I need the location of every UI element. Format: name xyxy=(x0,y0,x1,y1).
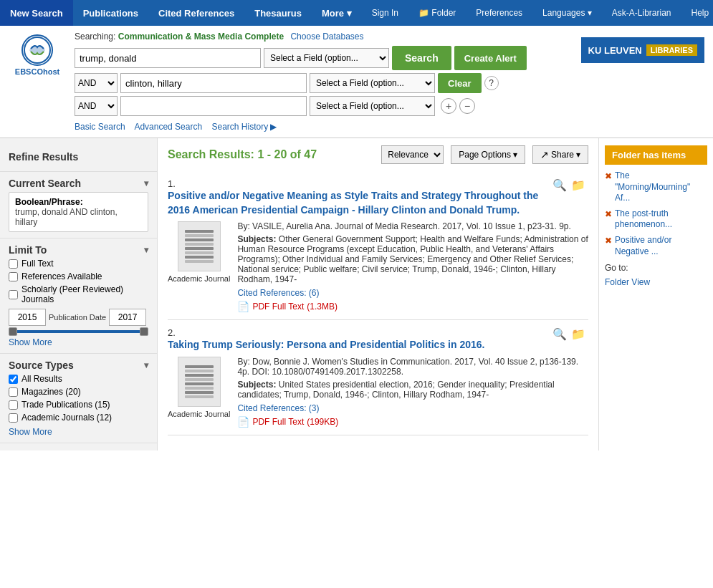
left-sidebar: ◀◀ Refine Results Current Search ▾ Boole… xyxy=(0,138,158,450)
field-select-3[interactable]: Select a Field (option... xyxy=(310,96,435,116)
search-input-3[interactable] xyxy=(120,96,307,116)
nav-languages[interactable]: Languages ▾ xyxy=(532,0,602,26)
nav-more[interactable]: More ▾ xyxy=(312,0,362,26)
nav-folder[interactable]: 📁 Folder xyxy=(408,0,466,26)
date-range: Publication Date xyxy=(9,309,148,326)
pdf-link-1[interactable]: 📄 PDF Full Text (1.3MB) xyxy=(237,301,588,312)
nav-ask-librarian[interactable]: Ask-A-Librarian xyxy=(602,0,681,26)
date-slider-track xyxy=(9,330,148,333)
search-button[interactable]: Search xyxy=(392,46,451,70)
full-text-checkbox[interactable] xyxy=(9,259,18,269)
remove-row-icon[interactable]: − xyxy=(459,98,475,114)
result-byline-2: By: Dow, Bonnie J. Women's Studies in Co… xyxy=(237,357,588,377)
cited-refs-link-2[interactable]: Cited References: (3) xyxy=(237,403,319,413)
libraries-text: LIBRARIES xyxy=(646,44,697,56)
folder-item-icon-3: ✖ xyxy=(605,236,612,246)
sidebar-current-search: Current Search ▾ Boolean/Phrase: trump, … xyxy=(0,172,157,238)
sidebar-refine-section: Refine Results xyxy=(0,145,157,172)
thumbnail-img-1 xyxy=(178,221,221,271)
slider-thumb-left[interactable] xyxy=(9,327,17,336)
scholarly-row: Scholarly (Peer Reviewed) Journals xyxy=(9,284,148,304)
pdf-link-2[interactable]: 📄 PDF Full Text (199KB) xyxy=(237,416,588,428)
cited-refs-link-1[interactable]: Cited References: (6) xyxy=(237,288,319,298)
magazines-checkbox[interactable] xyxy=(9,387,18,397)
date-to-input[interactable] xyxy=(109,309,146,326)
limit-to-collapse[interactable]: ▾ xyxy=(144,245,148,255)
search-input-1[interactable] xyxy=(75,48,261,68)
result-meta-1: Academic Journal By: VASILE, Aurelia Ana… xyxy=(168,221,588,312)
result-folder-btn-2[interactable]: 📁 xyxy=(571,327,585,341)
refs-row: References Available xyxy=(9,271,148,281)
academic-checkbox[interactable] xyxy=(9,413,18,423)
share-btn[interactable]: ↗ Share ▾ xyxy=(532,145,588,164)
trade-label: Trade Publications (15) xyxy=(21,400,110,410)
sort-select[interactable]: Relevance xyxy=(381,145,444,164)
refs-label: References Available xyxy=(21,271,102,281)
nav-cited-references[interactable]: Cited References xyxy=(148,0,244,26)
basic-search-link[interactable]: Basic Search xyxy=(75,122,125,132)
slider-thumb-right[interactable] xyxy=(140,327,148,336)
result-subjects-1: Subjects: Other General Government Suppo… xyxy=(237,234,588,284)
result-preview-btn-2[interactable]: 🔍 xyxy=(552,327,567,341)
clear-button[interactable]: Clear xyxy=(438,73,482,93)
search-history-link[interactable]: Search History xyxy=(211,122,277,132)
nav-help[interactable]: Help xyxy=(681,0,714,26)
result-title-2[interactable]: Taking Trump Seriously: Persona and Pres… xyxy=(168,338,552,352)
result-folder-btn-1[interactable]: 📁 xyxy=(571,178,585,192)
db-name: Communication & Mass Media Complete xyxy=(118,32,284,42)
ebsco-logo-text: EBSCOhost xyxy=(15,67,59,76)
folder-item-link-1[interactable]: The "Morning/Mourning" Af... xyxy=(615,170,707,204)
help-icon[interactable]: ? xyxy=(484,76,499,90)
refs-checkbox[interactable] xyxy=(9,272,18,281)
search-input-2[interactable] xyxy=(120,73,307,93)
result-thumbnail-1: Academic Journal xyxy=(168,221,230,283)
magazines-label: Magazines (20) xyxy=(21,387,81,397)
thumbnail-label-1: Academic Journal xyxy=(168,274,230,283)
source-magazines: Magazines (20) xyxy=(9,387,148,397)
bool-select-2[interactable]: AND xyxy=(75,73,118,93)
add-row-icon[interactable]: + xyxy=(441,98,456,114)
main-content: ◀◀ Refine Results Current Search ▾ Boole… xyxy=(0,138,713,450)
folder-item-3: ✖ Positive and/or Negative ... xyxy=(605,235,707,257)
date-from-input[interactable] xyxy=(9,309,46,326)
folder-view-link[interactable]: Folder View xyxy=(605,277,707,287)
result-num-1: 1. xyxy=(168,178,176,189)
result-meta-2: Academic Journal By: Dow, Bonnie J. Wome… xyxy=(168,357,588,428)
create-alert-button[interactable]: Create Alert xyxy=(454,46,527,70)
source-types-collapse[interactable]: ▾ xyxy=(144,360,148,370)
result-num-2: 2. xyxy=(168,327,176,338)
show-more-source[interactable]: Show More xyxy=(9,427,148,437)
scholarly-checkbox[interactable] xyxy=(9,290,18,299)
field-select-2[interactable]: Select a Field (option... xyxy=(310,73,435,93)
nav-thesaurus[interactable]: Thesaurus xyxy=(244,0,312,26)
search-row-3: AND Select a Field (option... + − xyxy=(75,96,573,116)
searching-line: Searching: Communication & Mass Media Co… xyxy=(75,32,573,42)
current-search-collapse[interactable]: ▾ xyxy=(144,178,148,188)
advanced-search-link[interactable]: Advanced Search xyxy=(134,122,202,132)
result-info-1: By: VASILE, Aurelia Ana. Journal of Medi… xyxy=(237,221,588,312)
folder-item-icon-2: ✖ xyxy=(605,209,612,219)
choose-db-link[interactable]: Choose Databases xyxy=(290,32,363,42)
result-preview-btn-1[interactable]: 🔍 xyxy=(552,178,567,192)
trade-checkbox[interactable] xyxy=(9,400,18,410)
show-more-limit[interactable]: Show More xyxy=(9,337,148,347)
folder-item-link-3[interactable]: Positive and/or Negative ... xyxy=(615,235,707,257)
field-select-1[interactable]: Select a Field (option... xyxy=(264,48,389,68)
full-text-row: Full Text xyxy=(9,259,148,269)
source-academic: Academic Journals (12) xyxy=(9,413,148,423)
all-results-checkbox[interactable] xyxy=(9,375,18,384)
nav-publications[interactable]: Publications xyxy=(73,0,148,26)
limit-to-title: Limit To ▾ xyxy=(9,244,148,256)
top-nav: New Search Publications Cited References… xyxy=(0,0,713,26)
bool-select-3[interactable]: AND xyxy=(75,96,118,116)
nav-sign-in[interactable]: Sign In xyxy=(362,0,408,26)
nav-preferences[interactable]: Preferences xyxy=(466,0,532,26)
folder-item-1: ✖ The "Morning/Mourning" Af... xyxy=(605,170,707,204)
pdf-icon-2: 📄 xyxy=(237,416,249,428)
nav-new-search[interactable]: New Search xyxy=(0,0,73,26)
results-toolbar: Search Results: 1 - 20 of 47 Relevance P… xyxy=(168,145,588,164)
sidebar-limit-to: Limit To ▾ Full Text References Availabl… xyxy=(0,238,157,354)
folder-item-link-2[interactable]: The post-truth phenomenon... xyxy=(615,208,707,231)
page-options-btn[interactable]: Page Options ▾ xyxy=(451,145,525,164)
result-title-1[interactable]: Positive and/or Negative Meaning as Styl… xyxy=(168,189,552,217)
